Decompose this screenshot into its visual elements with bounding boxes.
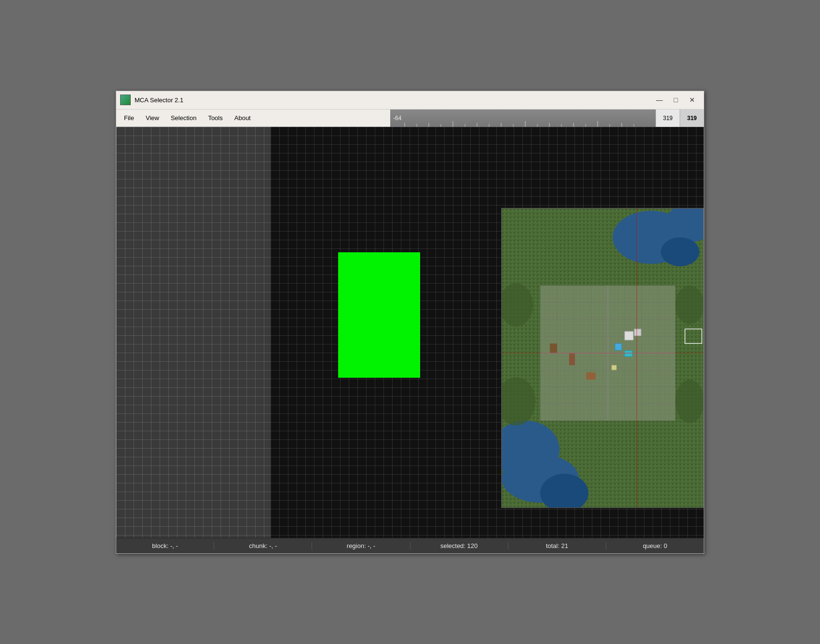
grid-left xyxy=(116,127,271,538)
menu-about[interactable]: About xyxy=(229,111,257,124)
svg-point-63 xyxy=(675,380,704,423)
status-region: region: -, - xyxy=(312,542,410,549)
status-chunk: chunk: -, - xyxy=(214,542,312,549)
menu-bar: File View Selection Tools About -64 xyxy=(116,110,704,127)
app-icon xyxy=(120,95,131,105)
svg-rect-52 xyxy=(550,343,557,353)
svg-rect-55 xyxy=(615,343,622,350)
main-area xyxy=(116,127,704,538)
status-bar: block: -, - chunk: -, - region: -, - sel… xyxy=(116,538,704,553)
menu-view[interactable]: View xyxy=(140,111,165,124)
window-title: MCA Selector 2.1 xyxy=(135,96,652,104)
window-controls: — □ ✕ xyxy=(652,94,700,106)
menu-tools[interactable]: Tools xyxy=(202,111,228,124)
status-queue: queue: 0 xyxy=(606,542,704,549)
close-button[interactable]: ✕ xyxy=(684,94,700,106)
svg-rect-57 xyxy=(612,365,616,370)
minimize-button[interactable]: — xyxy=(652,94,667,106)
coord-x: 319 xyxy=(656,110,680,127)
ruler-bar: -64 xyxy=(390,110,656,127)
status-selected: selected: 120 xyxy=(410,542,508,549)
app-window: MCA Selector 2.1 — □ ✕ File View Selecti… xyxy=(116,91,704,554)
svg-rect-50 xyxy=(569,353,575,365)
svg-rect-53 xyxy=(625,331,633,340)
minecraft-map xyxy=(501,208,704,508)
svg-rect-54 xyxy=(634,329,641,336)
maximize-button[interactable]: □ xyxy=(668,94,683,106)
menu-selection[interactable]: Selection xyxy=(165,111,202,124)
ruler-area: -64 xyxy=(390,110,704,127)
svg-rect-51 xyxy=(586,372,596,380)
svg-point-27 xyxy=(661,237,699,266)
ruler-ticks xyxy=(390,110,656,127)
map-canvas[interactable] xyxy=(116,127,704,538)
status-block: block: -, - xyxy=(116,542,214,549)
title-bar: MCA Selector 2.1 — □ ✕ xyxy=(116,91,704,110)
svg-point-62 xyxy=(675,286,704,324)
menu-file[interactable]: File xyxy=(118,111,140,124)
selection-rectangle xyxy=(338,252,420,378)
coord-z: 319 xyxy=(680,110,704,127)
status-total: total: 21 xyxy=(508,542,606,549)
terrain-svg xyxy=(502,208,704,508)
